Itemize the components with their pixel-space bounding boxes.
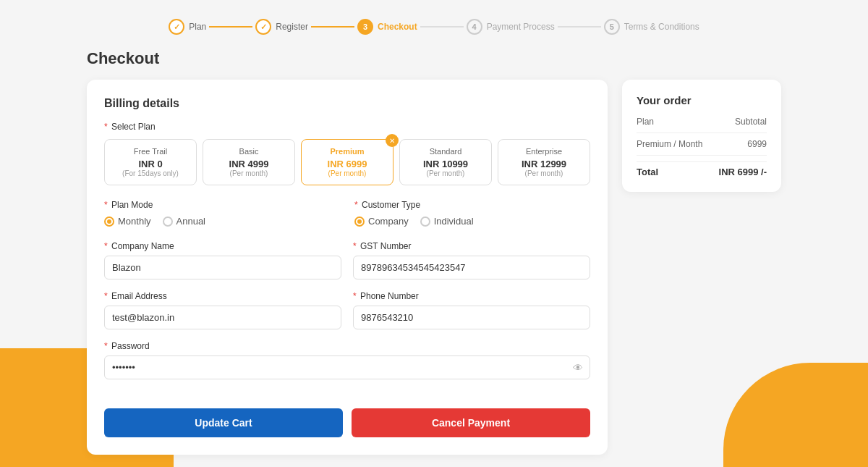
step-label-terms: Terms & Conditions bbox=[624, 22, 699, 32]
radio-group-row: * Plan Mode Monthly Annual bbox=[104, 200, 590, 227]
step-circle-checkout: 3 bbox=[357, 19, 373, 35]
password-label: * Password bbox=[104, 341, 590, 351]
customer-type-label: * Customer Type bbox=[354, 200, 590, 210]
company-gst-row: * Company Name * GST Number bbox=[104, 241, 590, 279]
plan-mode-options: Monthly Annual bbox=[104, 216, 340, 227]
company-name-label: * Company Name bbox=[104, 241, 341, 251]
cancel-payment-button[interactable]: Cancel Payment bbox=[352, 408, 590, 437]
select-plan-label: * Select Plan bbox=[104, 122, 590, 132]
required-asterisk-plan: * bbox=[104, 122, 108, 132]
billing-card: Billing details * Select Plan Free Trail… bbox=[87, 80, 608, 455]
step-label-plan: Plan bbox=[189, 22, 206, 32]
plan-price-premium: INR 6999 bbox=[307, 159, 387, 169]
radio-dot-company bbox=[354, 216, 365, 227]
step-line-2 bbox=[311, 26, 354, 28]
page-title: Checkout bbox=[87, 49, 781, 68]
plan-card-premium[interactable]: ✕ Premium INR 6999 (Per month) bbox=[301, 139, 393, 185]
plan-cards: Free Trail INR 0 (For 15days only) Basic… bbox=[104, 139, 590, 185]
order-plan-col: Plan bbox=[637, 117, 654, 127]
plan-name-free: Free Trail bbox=[111, 147, 190, 156]
plan-price-basic: INR 4999 bbox=[209, 159, 289, 169]
radio-individual[interactable]: Individual bbox=[420, 216, 474, 227]
plan-name-enterprise: Enterprise bbox=[504, 147, 584, 156]
plan-price-free: INR 0 bbox=[111, 159, 190, 169]
order-item-row: Premium / Month 6999 bbox=[637, 139, 767, 156]
phone-input[interactable] bbox=[353, 306, 590, 329]
plan-card-standard[interactable]: Standard INR 10999 (Per month) bbox=[399, 139, 492, 185]
action-buttons: Update Cart Cancel Payment bbox=[104, 408, 590, 437]
order-header-row: Plan Subtotal bbox=[637, 117, 767, 133]
step-line-1 bbox=[209, 26, 252, 28]
email-input[interactable] bbox=[104, 306, 341, 329]
email-label: * Email Address bbox=[104, 291, 341, 301]
order-card: Your order Plan Subtotal Premium / Month… bbox=[622, 80, 781, 192]
password-wrapper: 👁 bbox=[104, 355, 590, 379]
plan-mode-label: * Plan Mode bbox=[104, 200, 340, 210]
order-total-label: Total bbox=[637, 167, 658, 177]
company-name-input[interactable] bbox=[104, 256, 341, 279]
plan-price-standard: INR 10999 bbox=[406, 159, 485, 169]
update-cart-button[interactable]: Update Cart bbox=[104, 408, 343, 437]
password-group: * Password 👁 bbox=[104, 341, 590, 394]
stepper: ✓ Plan ✓ Register 3 Checkout 4 Payment P… bbox=[87, 7, 781, 49]
radio-annual[interactable]: Annual bbox=[163, 216, 205, 227]
step-plan: ✓ Plan bbox=[169, 19, 206, 35]
company-name-group: * Company Name bbox=[104, 241, 341, 279]
step-label-checkout: Checkout bbox=[378, 22, 417, 32]
customer-type-section: * Customer Type Company Individual bbox=[354, 200, 590, 227]
email-phone-row: * Email Address * Phone Number bbox=[104, 291, 590, 329]
step-circle-payment: 4 bbox=[467, 19, 482, 35]
plan-period-premium: (Per month) bbox=[307, 169, 387, 177]
gst-number-label: * GST Number bbox=[353, 241, 590, 251]
radio-dot-individual bbox=[420, 216, 430, 227]
plan-mode-section: * Plan Mode Monthly Annual bbox=[104, 200, 340, 227]
step-circle-plan: ✓ bbox=[169, 19, 184, 35]
plan-name-basic: Basic bbox=[209, 147, 289, 156]
plan-period-standard: (Per month) bbox=[406, 169, 485, 177]
order-subtotal-col: Subtotal bbox=[735, 117, 767, 127]
password-input[interactable] bbox=[104, 355, 590, 379]
order-title: Your order bbox=[637, 94, 767, 106]
order-total-row: Total INR 6999 /- bbox=[637, 161, 767, 177]
radio-monthly[interactable]: Monthly bbox=[104, 216, 151, 227]
radio-dot-annual bbox=[163, 216, 173, 227]
step-terms: 5 Terms & Conditions bbox=[604, 19, 699, 35]
plan-period-free: (For 15days only) bbox=[111, 169, 190, 177]
order-plan-name: Premium / Month bbox=[637, 139, 702, 149]
step-circle-terms: 5 bbox=[604, 19, 620, 35]
plan-price-enterprise: INR 12999 bbox=[504, 159, 584, 169]
billing-title: Billing details bbox=[104, 97, 590, 110]
step-line-3 bbox=[420, 26, 464, 28]
phone-label: * Phone Number bbox=[353, 291, 590, 301]
plan-name-premium: Premium bbox=[307, 147, 387, 156]
radio-dot-monthly bbox=[104, 216, 114, 227]
step-label-payment: Payment Process bbox=[487, 22, 555, 32]
step-register: ✓ Register bbox=[255, 19, 308, 35]
order-total-value: INR 6999 /- bbox=[719, 167, 767, 177]
radio-company[interactable]: Company bbox=[354, 216, 409, 227]
plan-card-free[interactable]: Free Trail INR 0 (For 15days only) bbox=[104, 139, 197, 185]
phone-group: * Phone Number bbox=[353, 291, 590, 329]
eye-icon[interactable]: 👁 bbox=[573, 362, 583, 374]
step-line-4 bbox=[558, 26, 601, 28]
plan-period-basic: (Per month) bbox=[209, 169, 289, 177]
step-circle-register: ✓ bbox=[255, 19, 271, 35]
step-checkout: 3 Checkout bbox=[357, 19, 417, 35]
content-area: Billing details * Select Plan Free Trail… bbox=[87, 80, 781, 455]
gst-number-group: * GST Number bbox=[353, 241, 590, 279]
plan-period-enterprise: (Per month) bbox=[504, 169, 584, 177]
step-label-register: Register bbox=[276, 22, 308, 32]
customer-type-options: Company Individual bbox=[354, 216, 590, 227]
step-payment: 4 Payment Process bbox=[467, 19, 555, 35]
gst-number-input[interactable] bbox=[353, 256, 590, 279]
plan-name-standard: Standard bbox=[406, 147, 485, 156]
email-group: * Email Address bbox=[104, 291, 341, 329]
plan-card-enterprise[interactable]: Enterprise INR 12999 (Per month) bbox=[498, 139, 590, 185]
selected-badge-premium: ✕ bbox=[386, 134, 399, 147]
order-plan-price: 6999 bbox=[747, 139, 767, 149]
plan-card-basic[interactable]: Basic INR 4999 (Per month) bbox=[203, 139, 295, 185]
